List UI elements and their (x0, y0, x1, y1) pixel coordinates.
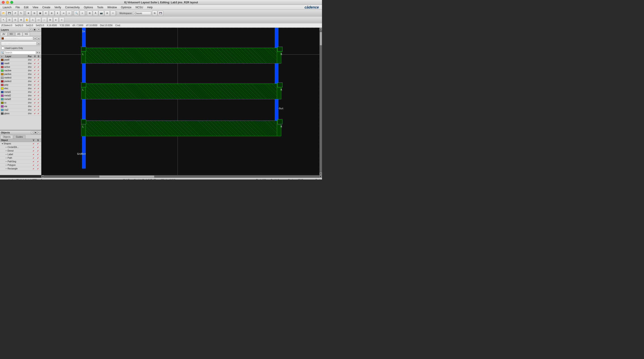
layer-s-active[interactable]: ✔ (37, 66, 40, 68)
obj-s-1[interactable]: ✔ (36, 146, 40, 148)
tb2-box[interactable]: ⊡ (7, 17, 12, 22)
obj-v-6[interactable]: ✔ (31, 164, 36, 166)
layer-v-pwell[interactable]: ✔ (33, 59, 37, 61)
canvas-area[interactable]: In L R L R ·Out L R GndOut (41, 28, 319, 175)
layer-s-glass[interactable]: ✔ (37, 112, 40, 115)
layer-s-nactive[interactable]: ✔ (37, 70, 40, 72)
tb1-ws1[interactable]: ⧉ (152, 10, 158, 16)
tb1-copy[interactable]: ⧉ (32, 10, 37, 16)
search-nav-arrow[interactable]: ⊛ (39, 52, 40, 54)
tb2-play[interactable]: ▸ (53, 17, 58, 22)
obj-row-shapes[interactable]: ▾ Shapes ✔ ✔ (0, 142, 41, 146)
workspace-select[interactable]: Classic (133, 12, 151, 15)
tb1-redo[interactable]: ↻ (18, 10, 24, 16)
current-layer-dropdown[interactable]: pwell drawing ▼ (1, 36, 33, 40)
bottom-scrollbar[interactable]: ◀ ▶ (41, 175, 322, 178)
layer-s-cc[interactable]: ✔ (37, 102, 40, 104)
tb1-move[interactable]: ⊕ (26, 10, 31, 16)
tb2-plus[interactable]: ⊕ (48, 17, 53, 22)
layer-v-poly[interactable]: ✔ (33, 84, 37, 86)
layer-row-cc[interactable]: cc drw ✔ ✔ (0, 101, 41, 104)
layer-row-elec[interactable]: elec drw ✔ ✔ (0, 87, 41, 90)
objects-close[interactable]: ✕ (37, 131, 40, 134)
obj-row-polygon[interactable]: ─ Polygon ✔ ✔ (0, 164, 41, 167)
layer-v-metal3[interactable]: ✔ (33, 98, 37, 100)
objects-help[interactable]: ? (31, 131, 34, 134)
tb1-open[interactable]: 📂 (1, 10, 6, 16)
obj-s-5[interactable]: ✔ (36, 160, 40, 163)
obj-v-5[interactable]: ✔ (31, 160, 36, 163)
obj-v-7[interactable]: ✔ (31, 168, 36, 170)
tb1-rect[interactable]: ▣ (37, 10, 43, 16)
menu-create[interactable]: Create (40, 5, 52, 10)
tb2-resize[interactable]: ↔ (42, 17, 47, 22)
tb1-layout[interactable]: ⊞ (87, 10, 92, 16)
layer-row-pselect[interactable]: pselect drw ✔ ✔ (0, 80, 41, 83)
layer-row-metal1[interactable]: metal1 drw ✔ ✔ (0, 90, 41, 94)
tb1-cam[interactable]: 📷 (98, 10, 104, 16)
obj-s-4[interactable]: ✔ (36, 157, 40, 159)
scroll-left-arrow[interactable]: ◀ (41, 175, 44, 178)
tb2-more[interactable]: » (59, 17, 64, 22)
tb2-select[interactable]: ↖ (1, 17, 6, 22)
tb1-save[interactable]: 💾 (7, 10, 12, 16)
search-input[interactable] (4, 51, 36, 54)
tb2-rect2[interactable]: ▭ (36, 17, 41, 22)
tb2-warn[interactable]: ⚠ (30, 17, 35, 22)
minimize-button[interactable] (6, 1, 9, 4)
layer-s-metal3[interactable]: ✔ (37, 98, 40, 100)
tb1-zoom[interactable]: 🔍 (74, 10, 79, 16)
maximize-button[interactable] (10, 1, 13, 4)
layer-tab-av[interactable]: AV (0, 32, 8, 36)
layer-v-nactive[interactable]: ✔ (33, 70, 37, 72)
layer-row-pactive[interactable]: pactive drw ✔ ✔ (0, 72, 41, 76)
layer-s-metal2[interactable]: ✔ (37, 94, 40, 97)
layers-close[interactable]: ✕ (37, 28, 40, 31)
tb1-more2[interactable]: » (80, 10, 85, 16)
tb1-more[interactable]: » (66, 10, 72, 16)
tb2-pan[interactable]: ✋ (24, 17, 30, 22)
layer-row-active[interactable]: active drw ✔ ✔ (0, 65, 41, 69)
layer-v-elec[interactable]: ✔ (33, 88, 37, 90)
layer-s-elec[interactable]: ✔ (37, 88, 40, 90)
obj-s-6[interactable]: ✔ (36, 164, 40, 166)
scroll-track-h[interactable] (44, 176, 319, 178)
menu-options[interactable]: Options (82, 5, 95, 10)
layer-v-glass[interactable]: ✔ (33, 112, 37, 115)
objects-tab-guides[interactable]: Guides (14, 135, 26, 138)
close-button[interactable] (2, 1, 5, 4)
tb1-snap[interactable]: ⊛ (104, 10, 110, 16)
layer-row-metal2[interactable]: metal2 drw ✔ ✔ (0, 94, 41, 98)
scroll-track-v[interactable] (320, 31, 322, 172)
scroll-thumb-h[interactable] (99, 176, 154, 178)
layer-v-pselect[interactable]: ✔ (33, 80, 37, 82)
tb2-snap2[interactable]: ⊛ (18, 17, 24, 22)
menu-verify[interactable]: Verify (52, 5, 63, 10)
layer-v-nwell[interactable]: ✔ (33, 62, 37, 64)
objects-config[interactable]: ▣ (34, 131, 37, 134)
menu-file[interactable]: File (14, 5, 22, 10)
layer-tab-nv[interactable]: NV (8, 32, 15, 36)
layer-row-nwell[interactable]: nwell drw ✔ ✔ (0, 62, 41, 65)
layer-v-nselect[interactable]: ✔ (33, 77, 37, 79)
obj-row-rectangle[interactable]: ─ Rectangle ✔ ✔ (0, 167, 41, 170)
layer-s-via2[interactable]: ✔ (37, 109, 40, 111)
layer-s-poly[interactable]: ✔ (37, 84, 40, 86)
obj-v-1[interactable]: ✔ (31, 146, 36, 148)
obj-row-pathseg[interactable]: ─ PathSeg ✔ ✔ (0, 160, 41, 164)
scroll-up-arrow[interactable]: ▲ (320, 28, 322, 30)
tb2-circle[interactable]: ⊙ (12, 17, 18, 22)
all-valid-layers-dropdown[interactable]: ✓ All Valid Layers ▼ (1, 42, 37, 46)
scroll-right-arrow[interactable]: ▶ (319, 175, 322, 178)
layer-v-cc[interactable]: ✔ (33, 102, 37, 104)
obj-v-2[interactable]: ✔ (31, 150, 36, 152)
menu-connectivity[interactable]: Connectivity (63, 5, 82, 10)
layers-config[interactable]: ▣ (33, 28, 36, 31)
layer-s-pactive[interactable]: ✔ (37, 73, 40, 75)
layer-row-metal3[interactable]: metal3 drw ✔ ✔ (0, 98, 41, 101)
layer-dd-arrow2[interactable]: ▼ (34, 37, 37, 40)
objects-tab-objects[interactable]: Objects (0, 135, 13, 138)
layers-help[interactable]: ? (29, 28, 32, 31)
obj-s-0[interactable]: ✔ (36, 142, 40, 145)
layer-v-active[interactable]: ✔ (33, 66, 37, 68)
